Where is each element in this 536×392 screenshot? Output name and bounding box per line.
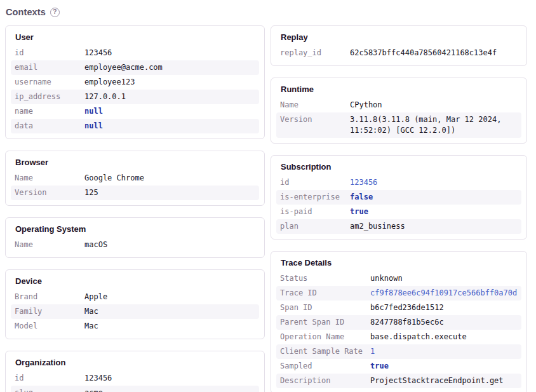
context-row: Name Google Chrome [11,171,259,186]
context-row: Span ID b6c7fed236de1512 [276,301,521,315]
context-value: ProjectStacktraceEndpoint.get [366,374,521,388]
context-key: Client Sample Rate [276,344,366,359]
context-key: id [11,371,81,386]
context-row: Description ProjectStacktraceEndpoint.ge… [276,374,521,388]
context-value: true [346,205,521,219]
trace-id-link[interactable]: cf9f878ee6c94f10917ce566bff0a70d [366,286,521,301]
context-card-title: Subscription [281,162,521,172]
context-row: Parent Span ID 8247788f81b5ec6c [276,315,521,330]
context-key: ip_address [11,90,81,104]
context-key: Name [276,98,346,112]
context-value: Apple [81,290,259,304]
context-value: 127.0.0.1 [81,90,259,104]
context-key: data [11,119,81,133]
context-row: Name CPython [276,98,521,112]
context-value: employee@acme.com [81,60,259,75]
context-value: 123456 [81,46,259,60]
context-card-user: User id 123456 email employee@acme.com u… [5,25,265,139]
context-key: Family [11,304,81,319]
context-key: email [11,60,81,75]
context-card-subscription: Subscription id 123456 is-enterprise fal… [271,155,527,240]
context-card-title: User [15,32,259,42]
context-key: Parent Span ID [276,315,366,330]
context-value: null [81,104,259,119]
context-key: Operation Name [276,330,366,344]
context-card-organization: Organization id 123456 slug acme [5,351,265,392]
context-value: false [346,190,521,205]
context-key: Sampled [276,359,366,374]
page-title: Contexts [6,7,46,17]
context-row: replay_id 62c5837bffc440a78560421168c13e… [276,46,521,60]
context-key: Version [276,112,346,138]
context-value: base.dispatch.execute [366,330,521,344]
context-row: is-enterprise false [276,190,521,205]
context-card-replay: Replay replay_id 62c5837bffc440a78560421… [271,25,527,66]
context-card-title: Replay [281,32,521,42]
context-value: am2_business [346,219,521,234]
context-key: username [11,75,81,90]
context-row: Client Sample Rate 1 [276,344,521,359]
context-card-title: Browser [15,158,259,167]
context-card-title: Operating System [15,224,259,234]
context-card-browser: Browser Name Google Chrome Version 125 [5,151,265,206]
context-card-title: Organization [15,358,259,367]
contexts-grid: User id 123456 email employee@acme.com u… [5,25,531,392]
context-value: unknown [366,271,521,286]
context-card-trace-details: Trace Details Status unknown Trace ID cf… [271,251,527,392]
context-row: slug acme [11,386,259,392]
context-row: Version 125 [11,186,259,200]
context-row: Family Mac [11,304,259,319]
context-value: CPython [346,98,521,112]
context-row: is-paid true [276,205,521,219]
context-value: 1 [366,344,521,359]
context-kv-table: Name Google Chrome Version 125 [11,171,259,200]
context-key: Version [11,186,81,200]
context-value: 8247788f81b5ec6c [366,315,521,330]
context-row: Name macOS [11,238,259,252]
context-value: 62c5837bffc440a78560421168c13e4f [346,46,521,60]
context-key: Model [11,319,81,334]
context-kv-table: id 123456 email employee@acme.com userna… [11,46,259,133]
context-value: b6c7fed236de1512 [366,301,521,315]
help-icon[interactable]: ? [50,8,60,17]
context-card-operating-system: Operating System Name macOS [5,217,265,258]
context-key: Status [276,271,366,286]
context-kv-table: id 123456 slug acme [11,371,259,392]
context-key: name [11,104,81,119]
context-key: is-enterprise [276,190,346,205]
context-key: Name [11,238,81,252]
context-value: 3.11.8(3.11.8 (main, Mar 12 2024, 11:52:… [346,112,521,138]
context-value: null [81,119,259,133]
context-row: Sampled true [276,359,521,374]
context-key: Trace ID [276,286,366,301]
context-row: email employee@acme.com [11,60,259,75]
context-value: Mac [81,319,259,334]
context-row: Trace ID cf9f878ee6c94f10917ce566bff0a70… [276,286,521,301]
context-key: slug [11,386,81,392]
context-value: Mac [81,304,259,319]
context-value: macOS [81,238,259,252]
context-card-device: Device Brand Apple Family Mac Model Mac [5,269,265,339]
context-key: id [11,46,81,60]
context-kv-table: replay_id 62c5837bffc440a78560421168c13e… [276,46,521,60]
context-row: data null [11,119,259,133]
context-card-runtime: Runtime Name CPython Version 3.11.8(3.11… [271,78,527,144]
context-row: Model Mac [11,319,259,334]
context-kv-table: Name macOS [11,238,259,252]
context-value: Google Chrome [81,171,259,186]
context-kv-table: Status unknown Trace ID cf9f878ee6c94f10… [276,271,521,388]
context-row: plan am2_business [276,219,521,234]
context-key: Span ID [276,301,366,315]
context-key: is-paid [276,205,346,219]
context-key: Brand [11,290,81,304]
context-value: employee123 [81,75,259,90]
context-row: id 123456 [11,371,259,386]
context-row: Version 3.11.8(3.11.8 (main, Mar 12 2024… [276,112,521,138]
context-row: id 123456 [11,46,259,60]
context-kv-table: id 123456 is-enterprise false is-paid tr… [276,175,521,234]
context-value: true [366,359,521,374]
context-key: Name [11,171,81,186]
context-card-title: Device [15,276,259,286]
context-value: 123456 [346,175,521,190]
context-card-title: Runtime [281,84,521,94]
